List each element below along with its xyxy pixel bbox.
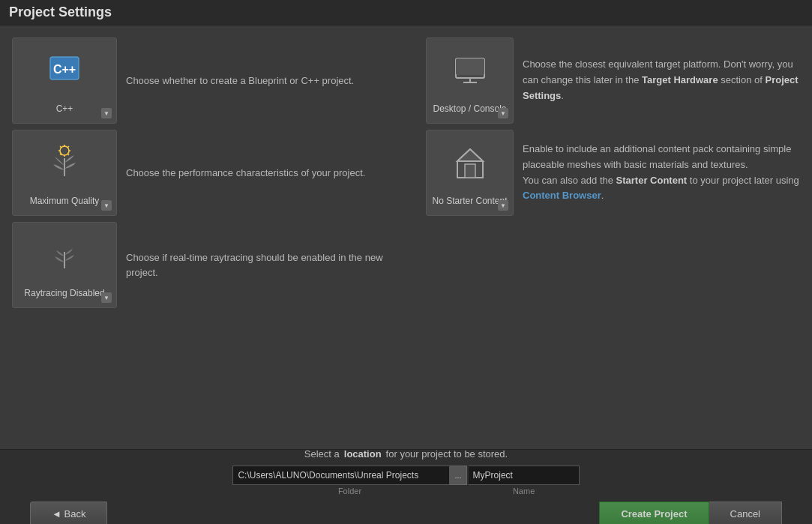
content-option-label: No Starter Content bbox=[432, 196, 507, 209]
blueprint-option-row: C++ C++ ▼ Choose whether to create a Blu… bbox=[12, 37, 417, 124]
content-desc-part1: Enable to include an additional content … bbox=[523, 143, 791, 170]
raytracing-option-row: Raytracing Disabled ▼ Choose if real-tim… bbox=[12, 222, 417, 308]
folder-input-row: ... bbox=[232, 466, 466, 485]
content-desc-blue1: Content Browser bbox=[523, 190, 601, 201]
svg-rect-20 bbox=[465, 164, 475, 178]
name-label: Name bbox=[513, 487, 535, 496]
platform-desc-part2: section of bbox=[718, 74, 766, 85]
content-desc-part2: You can also add the bbox=[523, 175, 616, 186]
path-inputs: ... Folder Name bbox=[232, 466, 579, 496]
svg-marker-19 bbox=[457, 149, 483, 161]
name-input-wrapper: Name bbox=[469, 466, 580, 496]
content-desc-bold1: Starter Content bbox=[616, 175, 688, 186]
right-buttons: Create Project Cancel bbox=[599, 502, 782, 525]
monitor-icon-area bbox=[450, 38, 490, 103]
content-desc-part3: to your project later using bbox=[687, 175, 799, 186]
blueprint-dropdown-arrow[interactable]: ▼ bbox=[101, 108, 112, 118]
raytracing-option-description: Choose if real-time raytracing should be… bbox=[126, 250, 396, 280]
content-description: Enable to include an additional content … bbox=[523, 142, 800, 204]
back-button[interactable]: ◄ Back bbox=[30, 502, 107, 525]
raytracing-option-button[interactable]: Raytracing Disabled ▼ bbox=[12, 222, 117, 308]
raytracing-dropdown-arrow[interactable]: ▼ bbox=[101, 292, 112, 303]
svg-text:C++: C++ bbox=[53, 63, 76, 76]
folder-label: Folder bbox=[338, 487, 361, 496]
svg-line-8 bbox=[60, 146, 61, 148]
bottom-actions: ◄ Back Create Project Cancel bbox=[0, 502, 812, 525]
location-label-pre: Select a bbox=[304, 448, 340, 460]
title-bar: Project Settings bbox=[0, 0, 812, 25]
content-desc-part4: . bbox=[601, 190, 604, 201]
quality-option-row: Maximum Quality ▼ Choose the performance… bbox=[12, 130, 417, 216]
raytracing-option-label: Raytracing Disabled bbox=[24, 288, 104, 301]
cancel-button[interactable]: Cancel bbox=[709, 502, 782, 525]
blueprint-option-label: C++ bbox=[56, 103, 73, 117]
platform-desc-part3: . bbox=[561, 90, 564, 101]
raytracing-icon-area bbox=[44, 223, 85, 288]
location-label-post: for your project to be stored. bbox=[386, 448, 508, 460]
browse-button[interactable]: ... bbox=[450, 466, 466, 485]
platform-option-label: Desktop / Console bbox=[433, 103, 506, 117]
platform-description: Choose the closest equivalent target pla… bbox=[523, 57, 800, 103]
quality-dropdown-arrow[interactable]: ▼ bbox=[101, 200, 112, 211]
bottom-bar: Select a location for your project to be… bbox=[0, 449, 812, 524]
blueprint-option-description: Choose whether to create a Blueprint or … bbox=[126, 73, 354, 88]
quality-option-description: Choose the performance characteristics o… bbox=[126, 166, 365, 181]
name-input[interactable] bbox=[469, 466, 580, 485]
content-dropdown-arrow[interactable]: ▼ bbox=[498, 200, 508, 211]
content-icon bbox=[450, 143, 490, 184]
content-icon-area bbox=[450, 130, 490, 196]
blueprint-option-button[interactable]: C++ C++ ▼ bbox=[12, 37, 117, 124]
svg-rect-14 bbox=[456, 58, 484, 75]
location-row: Select a location for your project to be… bbox=[304, 448, 508, 460]
platform-desc-bold1: Target Hardware bbox=[642, 74, 718, 85]
monitor-icon bbox=[450, 51, 490, 91]
quality-icon-area bbox=[44, 130, 85, 196]
content-option-row: No Starter Content ▼ Enable to include a… bbox=[426, 130, 800, 216]
folder-input-wrapper: ... Folder bbox=[232, 466, 466, 496]
folder-input[interactable] bbox=[232, 466, 450, 485]
svg-line-9 bbox=[67, 154, 69, 155]
location-label-bold: location bbox=[344, 448, 382, 460]
content-option-button[interactable]: No Starter Content ▼ bbox=[426, 130, 514, 216]
quality-option-button[interactable]: Maximum Quality ▼ bbox=[12, 130, 117, 216]
page-title: Project Settings bbox=[9, 4, 112, 19]
raytracing-icon bbox=[44, 235, 85, 276]
svg-line-10 bbox=[67, 146, 69, 148]
cpp-icon-area: C++ bbox=[44, 38, 85, 103]
cpp-icon: C++ bbox=[44, 51, 85, 91]
platform-option-button[interactable]: Desktop / Console ▼ bbox=[426, 37, 514, 124]
quality-icon bbox=[44, 143, 85, 184]
quality-option-label: Maximum Quality bbox=[30, 196, 100, 209]
platform-dropdown-arrow[interactable]: ▼ bbox=[498, 108, 508, 118]
platform-option-row: Desktop / Console ▼ Choose the closest e… bbox=[426, 37, 800, 124]
create-project-button[interactable]: Create Project bbox=[599, 502, 709, 525]
